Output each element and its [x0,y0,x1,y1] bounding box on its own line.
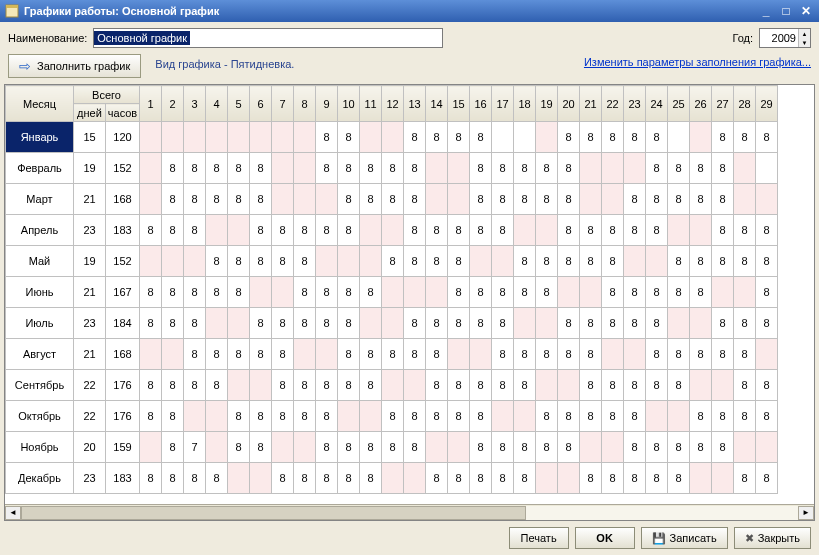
day-cell[interactable] [624,246,646,277]
day-cell[interactable] [580,153,602,184]
day-cell[interactable]: 8 [140,401,162,432]
day-cell[interactable] [228,463,250,494]
day-cell[interactable]: 8 [360,184,382,215]
day-cell[interactable] [140,246,162,277]
day-cell[interactable]: 8 [250,339,272,370]
day-cell[interactable]: 8 [162,277,184,308]
day-cell[interactable]: 8 [184,184,206,215]
day-cell[interactable]: 8 [228,401,250,432]
table-row[interactable]: Февраль191528888888888888888888 [6,153,778,184]
day-cell[interactable]: 8 [558,339,580,370]
day-cell[interactable]: 8 [470,370,492,401]
day-cell[interactable]: 8 [316,432,338,463]
day-cell[interactable]: 8 [492,215,514,246]
fill-schedule-button[interactable]: ⇨ Заполнить график [8,54,141,78]
day-cell[interactable]: 8 [382,246,404,277]
ok-button[interactable]: OK [575,527,635,549]
day-cell[interactable]: 8 [382,153,404,184]
day-cell[interactable]: 8 [228,153,250,184]
day-cell[interactable]: 8 [734,339,756,370]
day-cell[interactable]: 8 [206,463,228,494]
day-cell[interactable]: 8 [162,432,184,463]
day-cell[interactable]: 8 [624,370,646,401]
close-form-button[interactable]: ✖ Закрыть [734,527,811,549]
day-cell[interactable]: 8 [734,308,756,339]
day-cell[interactable]: 8 [690,432,712,463]
day-cell[interactable] [580,432,602,463]
day-cell[interactable]: 8 [712,122,734,153]
day-cell[interactable]: 8 [624,122,646,153]
day-cell[interactable] [382,463,404,494]
day-cell[interactable]: 8 [492,153,514,184]
day-cell[interactable]: 8 [734,122,756,153]
day-cell[interactable] [470,246,492,277]
day-cell[interactable] [360,308,382,339]
month-cell[interactable]: Октябрь [6,401,74,432]
day-cell[interactable]: 8 [690,277,712,308]
day-cell[interactable]: 8 [448,370,470,401]
scroll-thumb[interactable] [21,506,526,520]
day-cell[interactable]: 8 [536,401,558,432]
day-cell[interactable] [668,308,690,339]
month-cell[interactable]: Июнь [6,277,74,308]
day-cell[interactable]: 8 [580,246,602,277]
table-row[interactable]: Декабрь23183888888888888888888888 [6,463,778,494]
day-cell[interactable]: 8 [734,370,756,401]
day-cell[interactable]: 8 [338,370,360,401]
day-cell[interactable] [382,370,404,401]
horizontal-scrollbar[interactable]: ◄ ► [5,504,814,520]
day-cell[interactable]: 8 [162,401,184,432]
day-cell[interactable]: 8 [338,432,360,463]
day-cell[interactable]: 8 [338,215,360,246]
day-cell[interactable]: 8 [404,215,426,246]
day-cell[interactable]: 8 [426,370,448,401]
day-cell[interactable]: 8 [184,277,206,308]
day-cell[interactable]: 8 [184,370,206,401]
day-cell[interactable]: 8 [536,246,558,277]
day-cell[interactable]: 8 [668,184,690,215]
day-cell[interactable]: 8 [426,122,448,153]
day-cell[interactable]: 8 [580,308,602,339]
day-cell[interactable] [206,401,228,432]
day-cell[interactable] [162,122,184,153]
day-cell[interactable]: 8 [426,339,448,370]
day-cell[interactable] [514,215,536,246]
day-cell[interactable]: 8 [206,153,228,184]
day-cell[interactable]: 8 [316,370,338,401]
day-cell[interactable]: 8 [712,184,734,215]
year-spinner[interactable]: ▲▼ [798,29,810,47]
day-cell[interactable]: 8 [690,184,712,215]
day-cell[interactable]: 8 [734,401,756,432]
day-cell[interactable]: 8 [602,277,624,308]
day-cell[interactable]: 8 [404,246,426,277]
day-cell[interactable]: 8 [536,339,558,370]
day-cell[interactable] [184,246,206,277]
table-row[interactable]: Август2116888888888888888888888 [6,339,778,370]
day-cell[interactable]: 8 [734,246,756,277]
day-cell[interactable]: 8 [382,432,404,463]
day-cell[interactable]: 8 [316,463,338,494]
day-cell[interactable]: 8 [756,308,778,339]
day-cell[interactable] [646,401,668,432]
day-cell[interactable] [580,184,602,215]
day-cell[interactable]: 8 [162,184,184,215]
day-cell[interactable]: 8 [536,277,558,308]
day-cell[interactable] [558,463,580,494]
day-cell[interactable]: 8 [250,184,272,215]
month-cell[interactable]: Май [6,246,74,277]
day-cell[interactable] [514,122,536,153]
day-cell[interactable] [580,277,602,308]
day-cell[interactable]: 8 [338,184,360,215]
day-cell[interactable] [228,370,250,401]
day-cell[interactable] [426,184,448,215]
day-cell[interactable]: 8 [558,153,580,184]
day-cell[interactable]: 8 [602,370,624,401]
save-button[interactable]: 💾 Записать [641,527,728,549]
day-cell[interactable]: 8 [558,122,580,153]
day-cell[interactable]: 8 [514,463,536,494]
day-cell[interactable]: 8 [338,277,360,308]
day-cell[interactable]: 8 [470,215,492,246]
day-cell[interactable]: 8 [272,308,294,339]
day-cell[interactable]: 8 [646,122,668,153]
day-cell[interactable] [360,122,382,153]
